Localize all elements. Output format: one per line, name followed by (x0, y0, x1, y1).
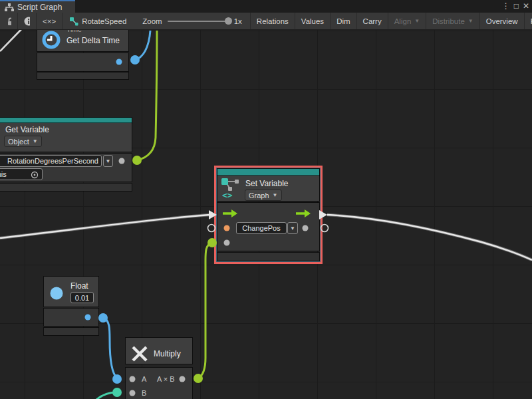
chevron-down-icon: ▼ (414, 18, 420, 24)
carry-button[interactable]: Carry (356, 13, 388, 29)
info-icon (24, 17, 30, 26)
wire-endpoint-lime-setvariable[interactable] (207, 238, 217, 247)
wire-endpoint-blue-top[interactable] (130, 55, 140, 65)
button-label: Carry (363, 17, 382, 25)
wire-endpoint-lime-multiply[interactable] (194, 374, 203, 383)
flow-wire-arrowhead-left (209, 210, 217, 219)
overview-button[interactable]: Overview (479, 13, 524, 29)
script-graph-window: Time Get Delta Time Get Variable Object … (0, 0, 532, 399)
relations-button[interactable]: Relations (250, 13, 295, 29)
lock-button[interactable] (0, 13, 18, 29)
breadcrumb[interactable]: RotateSpeed (63, 13, 133, 29)
wire-endpoint-lime-getvariable[interactable] (132, 156, 142, 165)
proximity-port-right[interactable] (321, 225, 329, 232)
maximize-icon[interactable]: □ (514, 0, 519, 13)
lock-icon (6, 17, 11, 26)
button-label: Align (394, 17, 412, 25)
wire-endpoint-blue-float[interactable] (98, 313, 108, 323)
tab-bar: Script Graph ⋮ □ ✕ (0, 0, 532, 13)
dim-button[interactable]: Dim (330, 13, 356, 29)
button-label: Distribute (432, 17, 465, 25)
info-button[interactable] (18, 13, 37, 29)
tab-script-graph[interactable]: Script Graph (0, 0, 75, 13)
button-label: Values (301, 17, 324, 25)
zoom-slider[interactable] (168, 21, 229, 22)
button-label: Dim (336, 17, 350, 25)
close-icon[interactable]: ✕ (523, 0, 529, 13)
code-icon: <×> (43, 17, 56, 25)
distribute-button[interactable]: Distribute ▼ (426, 13, 479, 29)
window-menu-icon[interactable]: ⋮ (502, 0, 510, 13)
button-label: Overview (486, 17, 518, 25)
code-preview-button[interactable]: <×> (37, 13, 63, 29)
graph-asset-icon (69, 17, 78, 26)
zoom-slider-handle[interactable] (225, 17, 232, 25)
zoom-value: 1x (234, 17, 242, 25)
full-screen-button[interactable]: Full Screen (524, 13, 532, 29)
proximity-port-left[interactable] (208, 225, 215, 232)
graph-toolbar: <×> RotateSpeed Zoom 1x Relations Values… (0, 13, 532, 30)
button-label: Relations (257, 17, 289, 25)
graph-tab-icon (5, 3, 14, 11)
tab-title: Script Graph (17, 3, 62, 12)
wire-endpoint-blue-multiply-a[interactable] (112, 374, 122, 384)
chevron-down-icon: ▼ (468, 18, 473, 24)
values-button[interactable]: Values (295, 13, 330, 29)
window-controls: ⋮ □ ✕ (502, 0, 529, 13)
align-button[interactable]: Align ▼ (388, 13, 426, 29)
toolbar-buttons: Relations Values Dim Carry Align ▼ Distr… (250, 13, 532, 29)
zoom-label: Zoom (142, 17, 162, 25)
wire-endpoint-teal-multiply-b[interactable] (112, 388, 122, 397)
breadcrumb-label: RotateSpeed (82, 17, 126, 25)
connection-endpoints-layer (0, 0, 532, 399)
flow-wire-arrowhead-right (319, 210, 327, 219)
zoom-control: Zoom 1x (142, 13, 242, 29)
